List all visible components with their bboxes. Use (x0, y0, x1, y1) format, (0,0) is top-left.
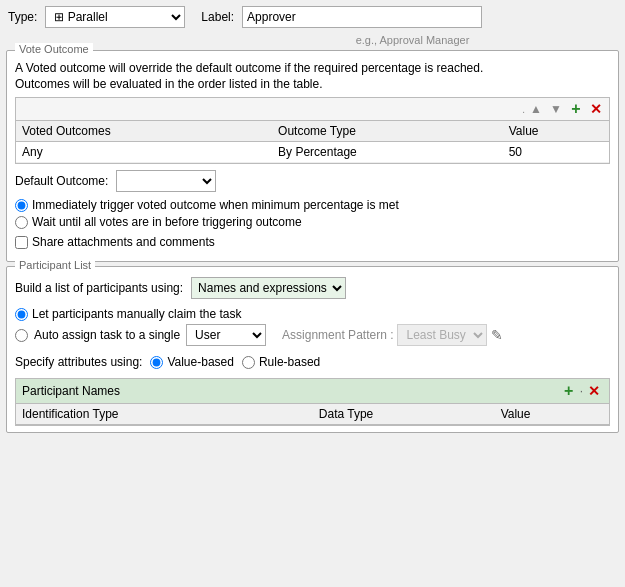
rule-based-label: Rule-based (259, 355, 320, 369)
type-label: Type: (8, 10, 37, 24)
specify-row: Specify attributes using: Value-based Ru… (15, 352, 610, 372)
auto-assign-row: Auto assign task to a single User Assign… (15, 324, 610, 346)
radio-rule-based[interactable] (242, 356, 255, 369)
radio-wait-label: Wait until all votes are in before trigg… (32, 215, 302, 229)
vote-outcome-section: Vote Outcome A Voted outcome will overri… (6, 50, 619, 262)
type-field-row: Type: ⊞ Parallel (8, 6, 185, 28)
manual-claim-label: Let participants manually claim the task (32, 307, 241, 321)
move-down-button[interactable]: ▼ (547, 100, 565, 118)
voted-outcomes-table-container: . ▲ ▼ + ✕ Voted Outcomes Outcome Type Va… (15, 97, 610, 164)
label-input[interactable] (242, 6, 482, 28)
radio-wait-row: Wait until all votes are in before trigg… (15, 215, 610, 229)
radio-immediate-row: Immediately trigger voted outcome when m… (15, 198, 610, 212)
type-select[interactable]: ⊞ Parallel (45, 6, 185, 28)
radio-manual-claim[interactable] (15, 308, 28, 321)
participant-list-title: Participant List (15, 259, 95, 271)
col-outcome-type: Outcome Type (272, 121, 503, 142)
rule-based-row: Rule-based (242, 355, 320, 369)
table-row: AnyBy Percentage50 (16, 142, 609, 163)
share-attachments-row: Share attachments and comments (15, 235, 610, 249)
vote-outcome-content: A Voted outcome will override the defaul… (15, 57, 610, 249)
build-row: Build a list of participants using: Name… (15, 277, 610, 299)
add-outcome-button[interactable]: + (567, 100, 585, 118)
col-id-type: Identification Type (16, 404, 313, 425)
build-select[interactable]: Names and expressions (191, 277, 346, 299)
label-label: Label: (201, 10, 234, 24)
radio-wait[interactable] (15, 216, 28, 229)
vote-desc2: Outcomes will be evaluated in the order … (15, 77, 610, 91)
voted-outcomes-table: Voted Outcomes Outcome Type Value AnyBy … (16, 121, 609, 163)
value-based-row: Value-based (150, 355, 234, 369)
col-voted-outcomes: Voted Outcomes (16, 121, 272, 142)
default-outcome-label: Default Outcome: (15, 174, 108, 188)
remove-outcome-button[interactable]: ✕ (587, 100, 605, 118)
remove-participant-button[interactable]: ✕ (585, 382, 603, 400)
participant-table-header: Participant Names + · ✕ (16, 379, 609, 404)
participant-table-buttons: + · ✕ (560, 382, 603, 400)
assignment-pattern-group: Assignment Pattern : Least Busy ✎ (282, 324, 503, 346)
assignment-pattern-label: Assignment Pattern : (282, 328, 393, 342)
label-field-row: Label: (201, 6, 482, 28)
participant-names-table: Identification Type Data Type Value (16, 404, 609, 425)
participant-names-table-section: Participant Names + · ✕ Identification T… (15, 378, 610, 426)
default-outcome-row: Default Outcome: (15, 170, 610, 192)
build-label: Build a list of participants using: (15, 281, 183, 295)
col-value: Value (503, 121, 609, 142)
outcome-type-cell: By Percentage (272, 142, 503, 163)
participant-list-section: Participant List Build a list of partici… (6, 266, 619, 433)
separator: · (580, 384, 583, 398)
col-value: Value (495, 404, 609, 425)
vote-desc1: A Voted outcome will override the defaul… (15, 61, 610, 75)
voted-outcome-cell: Any (16, 142, 272, 163)
specify-label: Specify attributes using: (15, 355, 142, 369)
radio-value-based[interactable] (150, 356, 163, 369)
radio-auto-assign[interactable] (15, 329, 28, 342)
default-outcome-select[interactable] (116, 170, 216, 192)
table-toolbar: . ▲ ▼ + ✕ (16, 98, 609, 121)
move-up-button[interactable]: ▲ (527, 100, 545, 118)
share-attachments-label: Share attachments and comments (32, 235, 215, 249)
participant-table-title: Participant Names (22, 384, 120, 398)
add-participant-button[interactable]: + (560, 382, 578, 400)
vote-outcome-title: Vote Outcome (15, 43, 93, 55)
manual-claim-row: Let participants manually claim the task (15, 307, 610, 321)
share-attachments-checkbox[interactable] (15, 236, 28, 249)
radio-immediate-label: Immediately trigger voted outcome when m… (32, 198, 399, 212)
auto-assign-label: Auto assign task to a single (34, 328, 180, 342)
auto-assign-type-select[interactable]: User (186, 324, 266, 346)
label-hint: e.g., Approval Manager (0, 34, 625, 46)
edit-pattern-icon[interactable]: ✎ (491, 327, 503, 343)
participant-content: Build a list of participants using: Name… (7, 267, 618, 432)
top-bar: Type: ⊞ Parallel Label: (0, 0, 625, 34)
assignment-pattern-select[interactable]: Least Busy (397, 324, 487, 346)
value-cell: 50 (503, 142, 609, 163)
col-data-type: Data Type (313, 404, 495, 425)
value-based-label: Value-based (167, 355, 234, 369)
dot-indicator: . (522, 104, 525, 115)
radio-immediate[interactable] (15, 199, 28, 212)
